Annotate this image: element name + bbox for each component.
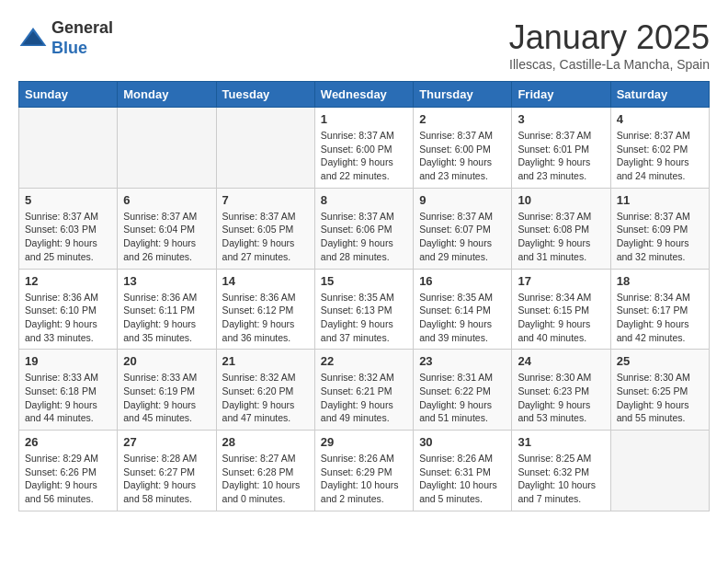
day-number: 16: [419, 274, 506, 288]
day-info: Sunrise: 8:32 AMSunset: 6:21 PMDaylight:…: [321, 371, 407, 425]
calendar-cell: 12Sunrise: 8:36 AMSunset: 6:10 PMDayligh…: [19, 269, 118, 350]
calendar-week-row: 19Sunrise: 8:33 AMSunset: 6:18 PMDayligh…: [19, 350, 710, 431]
calendar-cell: 30Sunrise: 8:26 AMSunset: 6:31 PMDayligh…: [414, 431, 512, 511]
page-header: General Blue January 2025 Illescas, Cast…: [18, 18, 710, 72]
day-number: 31: [518, 435, 604, 449]
day-number: 17: [518, 274, 604, 288]
day-number: 26: [25, 435, 111, 449]
day-number: 22: [321, 354, 407, 368]
calendar-week-row: 12Sunrise: 8:36 AMSunset: 6:10 PMDayligh…: [19, 269, 710, 350]
location-subtitle: Illescas, Castille-La Mancha, Spain: [509, 57, 710, 72]
calendar-cell: 29Sunrise: 8:26 AMSunset: 6:29 PMDayligh…: [314, 431, 413, 511]
day-info: Sunrise: 8:26 AMSunset: 6:29 PMDaylight:…: [321, 452, 407, 506]
day-number: 10: [518, 193, 604, 207]
day-info: Sunrise: 8:35 AMSunset: 6:13 PMDaylight:…: [321, 291, 407, 345]
logo-icon: [18, 24, 48, 53]
calendar-cell: 26Sunrise: 8:29 AMSunset: 6:26 PMDayligh…: [19, 431, 118, 511]
calendar-cell: 31Sunrise: 8:25 AMSunset: 6:32 PMDayligh…: [512, 431, 610, 511]
calendar-cell: 8Sunrise: 8:37 AMSunset: 6:06 PMDaylight…: [314, 188, 413, 269]
calendar-cell: 1Sunrise: 8:37 AMSunset: 6:00 PMDaylight…: [314, 108, 413, 189]
weekday-header-wednesday: Wednesday: [314, 82, 413, 108]
day-number: 25: [617, 354, 703, 368]
calendar-week-row: 26Sunrise: 8:29 AMSunset: 6:26 PMDayligh…: [19, 431, 710, 511]
calendar-cell: [610, 431, 709, 511]
weekday-header-saturday: Saturday: [610, 82, 709, 108]
day-number: 13: [123, 274, 210, 288]
calendar-cell: 7Sunrise: 8:37 AMSunset: 6:05 PMDaylight…: [216, 188, 314, 269]
logo: General Blue: [18, 18, 113, 58]
day-info: Sunrise: 8:37 AMSunset: 6:04 PMDaylight:…: [123, 210, 210, 264]
weekday-header-row: SundayMondayTuesdayWednesdayThursdayFrid…: [19, 82, 710, 108]
weekday-header-friday: Friday: [512, 82, 610, 108]
calendar-cell: 18Sunrise: 8:34 AMSunset: 6:17 PMDayligh…: [610, 269, 709, 350]
calendar-cell: 13Sunrise: 8:36 AMSunset: 6:11 PMDayligh…: [118, 269, 216, 350]
day-number: 1: [321, 112, 407, 126]
day-info: Sunrise: 8:29 AMSunset: 6:26 PMDaylight:…: [25, 452, 111, 506]
day-number: 30: [419, 435, 506, 449]
calendar-cell: 9Sunrise: 8:37 AMSunset: 6:07 PMDaylight…: [414, 188, 512, 269]
calendar-cell: 6Sunrise: 8:37 AMSunset: 6:04 PMDaylight…: [118, 188, 216, 269]
day-number: 23: [419, 354, 506, 368]
calendar-cell: 17Sunrise: 8:34 AMSunset: 6:15 PMDayligh…: [512, 269, 610, 350]
day-number: 18: [617, 274, 703, 288]
calendar-cell: 16Sunrise: 8:35 AMSunset: 6:14 PMDayligh…: [414, 269, 512, 350]
day-info: Sunrise: 8:37 AMSunset: 6:08 PMDaylight:…: [518, 210, 604, 264]
day-number: 14: [222, 274, 309, 288]
weekday-header-monday: Monday: [118, 82, 216, 108]
calendar-cell: 2Sunrise: 8:37 AMSunset: 6:00 PMDaylight…: [414, 108, 512, 189]
logo-text: General Blue: [51, 18, 113, 58]
day-number: 2: [419, 112, 506, 126]
day-info: Sunrise: 8:26 AMSunset: 6:31 PMDaylight:…: [419, 452, 506, 506]
calendar-cell: 11Sunrise: 8:37 AMSunset: 6:09 PMDayligh…: [610, 188, 709, 269]
calendar-cell: 21Sunrise: 8:32 AMSunset: 6:20 PMDayligh…: [216, 350, 314, 431]
day-info: Sunrise: 8:28 AMSunset: 6:27 PMDaylight:…: [123, 452, 210, 506]
title-block: January 2025 Illescas, Castille-La Manch…: [509, 18, 710, 72]
weekday-header-tuesday: Tuesday: [216, 82, 314, 108]
calendar-cell: 15Sunrise: 8:35 AMSunset: 6:13 PMDayligh…: [314, 269, 413, 350]
calendar-cell: 25Sunrise: 8:30 AMSunset: 6:25 PMDayligh…: [610, 350, 709, 431]
day-info: Sunrise: 8:37 AMSunset: 6:02 PMDaylight:…: [617, 129, 703, 183]
day-info: Sunrise: 8:34 AMSunset: 6:15 PMDaylight:…: [518, 291, 604, 345]
day-number: 20: [123, 354, 210, 368]
day-info: Sunrise: 8:37 AMSunset: 6:09 PMDaylight:…: [617, 210, 703, 264]
day-info: Sunrise: 8:36 AMSunset: 6:12 PMDaylight:…: [222, 291, 309, 345]
day-number: 11: [617, 193, 703, 207]
calendar-cell: 3Sunrise: 8:37 AMSunset: 6:01 PMDaylight…: [512, 108, 610, 189]
day-number: 28: [222, 435, 309, 449]
calendar-cell: [216, 108, 314, 189]
day-number: 9: [419, 193, 506, 207]
weekday-header-sunday: Sunday: [19, 82, 118, 108]
calendar-cell: [19, 108, 118, 189]
day-info: Sunrise: 8:37 AMSunset: 6:03 PMDaylight:…: [25, 210, 111, 264]
calendar-week-row: 1Sunrise: 8:37 AMSunset: 6:00 PMDaylight…: [19, 108, 710, 189]
day-number: 24: [518, 354, 604, 368]
day-info: Sunrise: 8:37 AMSunset: 6:07 PMDaylight:…: [419, 210, 506, 264]
day-info: Sunrise: 8:37 AMSunset: 6:01 PMDaylight:…: [518, 129, 604, 183]
day-info: Sunrise: 8:35 AMSunset: 6:14 PMDaylight:…: [419, 291, 506, 345]
day-number: 4: [617, 112, 703, 126]
calendar-cell: 4Sunrise: 8:37 AMSunset: 6:02 PMDaylight…: [610, 108, 709, 189]
calendar-cell: 19Sunrise: 8:33 AMSunset: 6:18 PMDayligh…: [19, 350, 118, 431]
day-info: Sunrise: 8:32 AMSunset: 6:20 PMDaylight:…: [222, 371, 309, 425]
calendar-cell: 24Sunrise: 8:30 AMSunset: 6:23 PMDayligh…: [512, 350, 610, 431]
day-info: Sunrise: 8:30 AMSunset: 6:25 PMDaylight:…: [617, 371, 703, 425]
day-number: 3: [518, 112, 604, 126]
day-number: 29: [321, 435, 407, 449]
day-number: 6: [123, 193, 210, 207]
day-number: 15: [321, 274, 407, 288]
calendar-table: SundayMondayTuesdayWednesdayThursdayFrid…: [18, 81, 710, 511]
day-info: Sunrise: 8:37 AMSunset: 6:06 PMDaylight:…: [321, 210, 407, 264]
day-number: 8: [321, 193, 407, 207]
calendar-cell: 14Sunrise: 8:36 AMSunset: 6:12 PMDayligh…: [216, 269, 314, 350]
day-info: Sunrise: 8:37 AMSunset: 6:05 PMDaylight:…: [222, 210, 309, 264]
calendar-cell: [118, 108, 216, 189]
day-number: 7: [222, 193, 309, 207]
day-info: Sunrise: 8:36 AMSunset: 6:10 PMDaylight:…: [25, 291, 111, 345]
calendar-cell: 10Sunrise: 8:37 AMSunset: 6:08 PMDayligh…: [512, 188, 610, 269]
calendar-cell: 28Sunrise: 8:27 AMSunset: 6:28 PMDayligh…: [216, 431, 314, 511]
day-info: Sunrise: 8:34 AMSunset: 6:17 PMDaylight:…: [617, 291, 703, 345]
day-info: Sunrise: 8:25 AMSunset: 6:32 PMDaylight:…: [518, 452, 604, 506]
day-info: Sunrise: 8:30 AMSunset: 6:23 PMDaylight:…: [518, 371, 604, 425]
day-info: Sunrise: 8:31 AMSunset: 6:22 PMDaylight:…: [419, 371, 506, 425]
day-info: Sunrise: 8:33 AMSunset: 6:19 PMDaylight:…: [123, 371, 210, 425]
